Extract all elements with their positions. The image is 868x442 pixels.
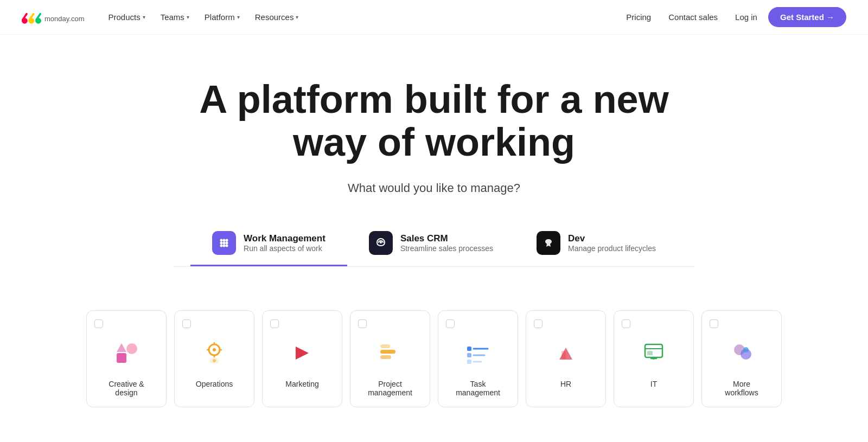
svg-point-12: [380, 241, 382, 244]
svg-point-6: [220, 242, 223, 245]
logo[interactable]: monday.com: [22, 10, 84, 24]
more-icon: [710, 339, 774, 372]
project-checkbox[interactable]: [358, 319, 367, 328]
marketing-label: Marketing: [270, 380, 334, 388]
workflow-card-operations[interactable]: Operations: [174, 310, 254, 407]
svg-rect-38: [647, 351, 653, 355]
tab-work-management-desc: Run all aspects of work: [244, 244, 326, 253]
svg-point-5: [226, 239, 228, 242]
logo-icon: [22, 11, 41, 24]
tab-work-management[interactable]: Work Management Run all aspects of work: [190, 221, 347, 266]
svg-rect-23: [210, 358, 219, 363]
creative-checkbox[interactable]: [94, 319, 103, 328]
it-label: IT: [622, 380, 686, 388]
svg-point-4: [223, 239, 226, 242]
it-icon: [622, 339, 686, 372]
svg-point-8: [226, 242, 228, 245]
workflow-card-task[interactable]: Taskmanagement: [438, 310, 518, 407]
workflow-card-marketing[interactable]: Marketing: [262, 310, 342, 407]
operations-label: Operations: [182, 380, 246, 388]
workflow-card-more[interactable]: Moreworkflows: [701, 310, 782, 407]
tab-sales-crm-desc: Streamline sales processes: [400, 244, 493, 253]
task-icon: [446, 339, 510, 372]
dev-icon: [537, 231, 560, 255]
product-tabs: Work Management Run all aspects of work …: [22, 221, 846, 266]
nav-contact-sales[interactable]: Contact sales: [662, 8, 724, 26]
nav-right: Pricing Contact sales Log in Get Started…: [620, 7, 846, 27]
svg-point-14: [126, 343, 137, 354]
operations-checkbox[interactable]: [182, 319, 191, 328]
nav-left: monday.com Products ▾ Teams ▾ Platform ▾…: [22, 8, 305, 26]
workflow-card-it[interactable]: IT: [614, 310, 694, 407]
navbar: monday.com Products ▾ Teams ▾ Platform ▾…: [0, 0, 868, 35]
tab-dev[interactable]: Dev Manage product lifecycles: [515, 221, 678, 266]
svg-point-10: [223, 245, 226, 247]
svg-rect-32: [467, 360, 471, 364]
svg-point-3: [220, 239, 223, 242]
svg-rect-26: [380, 355, 391, 359]
hero-subtitle: What would you like to manage?: [22, 181, 846, 195]
chevron-down-icon: ▾: [296, 14, 298, 20]
svg-point-17: [213, 348, 216, 351]
tab-sales-crm[interactable]: Sales CRM Streamline sales processes: [347, 221, 515, 266]
workflow-card-hr[interactable]: HR: [526, 310, 606, 407]
svg-marker-24: [296, 347, 309, 360]
workflow-card-creative[interactable]: Creative &design: [86, 310, 167, 407]
operations-icon: [182, 339, 246, 372]
svg-rect-13: [117, 353, 126, 363]
svg-rect-30: [467, 353, 471, 357]
nav-products[interactable]: Products ▾: [101, 8, 151, 26]
svg-point-11: [226, 245, 228, 247]
project-label: Projectmanagement: [358, 380, 422, 397]
chevron-down-icon: ▾: [143, 14, 145, 20]
tab-divider: [174, 266, 694, 267]
marketing-checkbox[interactable]: [270, 319, 279, 328]
hero-section: A platform built for a new way of workin…: [0, 35, 868, 289]
brand-name: monday.com: [44, 10, 84, 24]
nav-teams[interactable]: Teams ▾: [154, 8, 196, 26]
nav-login[interactable]: Log in: [729, 8, 764, 26]
tab-work-management-title: Work Management: [244, 233, 326, 244]
svg-point-7: [223, 242, 226, 245]
nav-links: Products ▾ Teams ▾ Platform ▾ Resources …: [101, 8, 305, 26]
svg-point-43: [743, 347, 749, 353]
hr-label: HR: [534, 380, 598, 388]
tab-sales-crm-title: Sales CRM: [400, 233, 493, 244]
tab-dev-desc: Manage product lifecycles: [568, 244, 656, 253]
it-checkbox[interactable]: [622, 319, 630, 328]
chevron-down-icon: ▾: [187, 14, 189, 20]
creative-icon: [94, 339, 158, 372]
nav-resources[interactable]: Resources ▾: [248, 8, 305, 26]
svg-point-9: [220, 245, 223, 247]
svg-rect-27: [380, 344, 390, 348]
tab-dev-title: Dev: [568, 233, 656, 244]
svg-rect-36: [645, 344, 662, 357]
svg-rect-28: [467, 347, 471, 351]
chevron-down-icon: ▾: [237, 14, 240, 20]
hr-checkbox[interactable]: [534, 319, 542, 328]
hr-icon: [534, 339, 598, 372]
more-checkbox[interactable]: [710, 319, 718, 328]
more-label: Moreworkflows: [710, 380, 774, 397]
creative-label: Creative &design: [94, 380, 158, 397]
nav-pricing[interactable]: Pricing: [620, 8, 658, 26]
workflow-card-project[interactable]: Projectmanagement: [350, 310, 430, 407]
cta-section: Get Started → No credit card needed ✦ Un…: [0, 440, 868, 442]
sales-crm-icon: [369, 231, 393, 255]
nav-platform[interactable]: Platform ▾: [198, 8, 246, 26]
task-checkbox[interactable]: [446, 319, 455, 328]
svg-rect-25: [380, 350, 395, 354]
workflow-section: Creative &design Operations: [0, 289, 868, 440]
hero-title: A platform built for a new way of workin…: [190, 78, 678, 164]
workflow-grid: Creative &design Operations: [33, 310, 835, 407]
task-label: Taskmanagement: [446, 380, 510, 397]
svg-rect-35: [561, 351, 566, 360]
marketing-icon: [270, 339, 334, 372]
work-management-icon: [212, 231, 236, 255]
project-icon: [358, 339, 422, 372]
nav-get-started-button[interactable]: Get Started →: [768, 7, 846, 27]
svg-marker-15: [117, 343, 126, 352]
